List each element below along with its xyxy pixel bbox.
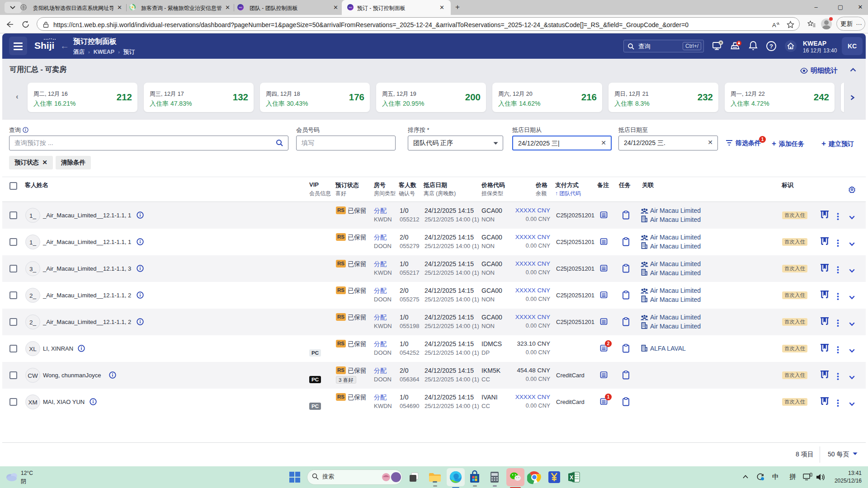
svg-text:?: ? [769,43,773,50]
svg-text:X: X [570,474,573,481]
svg-text:SHIJI: SHIJI [349,7,352,9]
svg-text:SHIJI: SHIJI [239,7,242,9]
svg-text:A: A [772,22,776,28]
